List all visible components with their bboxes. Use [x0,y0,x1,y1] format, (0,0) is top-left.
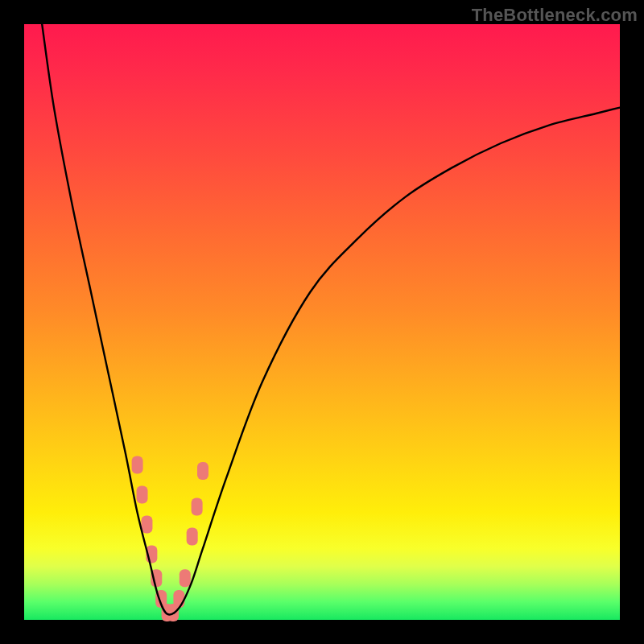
bottleneck-curve [42,24,620,614]
curve-marker [180,569,191,587]
curve-marker [132,456,143,474]
curve-marker [173,590,184,608]
curve-marker [137,486,148,504]
curve-marker [141,516,152,534]
curve-marker [192,497,203,515]
chart-frame: TheBottleneck.com [0,0,644,644]
plot-area [24,24,620,620]
curve-layer [24,24,620,620]
watermark-text: TheBottleneck.com [472,5,638,26]
curve-marker [187,527,198,545]
curve-marker [197,462,208,480]
